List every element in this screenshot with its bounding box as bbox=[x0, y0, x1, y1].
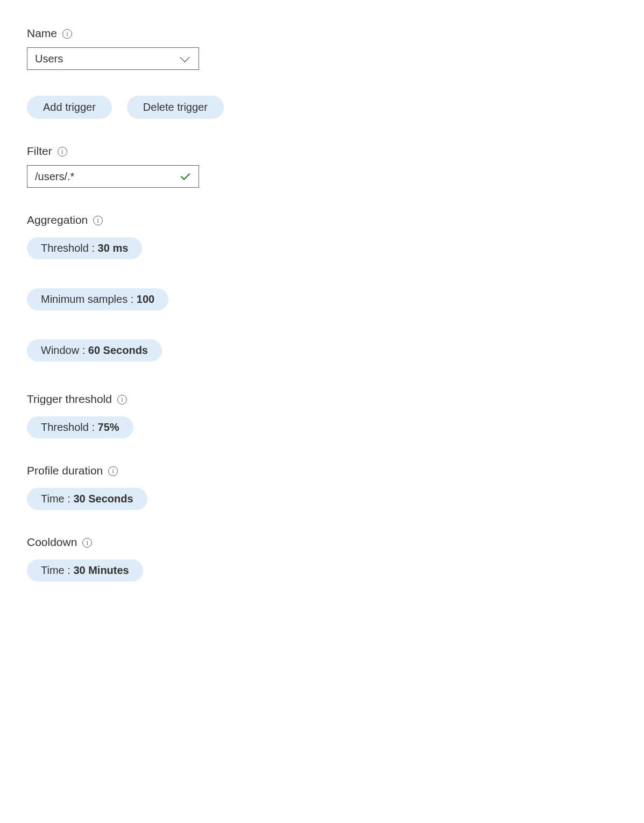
chip-value: 60 Seconds bbox=[88, 344, 148, 356]
name-select[interactable]: Users bbox=[27, 47, 199, 70]
chip-value: 30 Seconds bbox=[73, 493, 133, 505]
delete-trigger-button[interactable]: Delete trigger bbox=[127, 96, 224, 119]
chip-value: 30 ms bbox=[98, 242, 129, 254]
aggregation-threshold-chip[interactable]: Threshold : 30 ms bbox=[27, 237, 142, 259]
trigger-threshold-section: Trigger threshold Threshold : 75% bbox=[27, 393, 617, 444]
chip-label: Threshold : bbox=[41, 242, 98, 254]
filter-input[interactable]: /users/.* bbox=[27, 165, 199, 188]
profile-duration-section: Profile duration Time : 30 Seconds bbox=[27, 464, 617, 515]
cooldown-label: Cooldown bbox=[27, 536, 77, 549]
info-icon[interactable] bbox=[82, 538, 92, 548]
cooldown-chip[interactable]: Time : 30 Minutes bbox=[27, 559, 143, 581]
info-icon[interactable] bbox=[58, 147, 67, 157]
checkmark-icon bbox=[180, 172, 191, 181]
profile-duration-chip[interactable]: Time : 30 Seconds bbox=[27, 488, 147, 510]
filter-section: Filter /users/.* bbox=[27, 145, 617, 188]
profile-duration-label-row: Profile duration bbox=[27, 464, 617, 477]
add-trigger-button[interactable]: Add trigger bbox=[27, 96, 112, 119]
aggregation-chips: Threshold : 30 ms Minimum samples : 100 … bbox=[27, 234, 617, 367]
profile-duration-label: Profile duration bbox=[27, 464, 103, 477]
info-icon[interactable] bbox=[62, 29, 72, 39]
chip-value: 100 bbox=[137, 293, 154, 305]
trigger-threshold-chip[interactable]: Threshold : 75% bbox=[27, 416, 133, 438]
chip-label: Threshold : bbox=[41, 421, 98, 433]
chip-label: Time : bbox=[41, 493, 73, 505]
cooldown-label-row: Cooldown bbox=[27, 536, 617, 549]
info-icon[interactable] bbox=[108, 466, 118, 476]
info-icon[interactable] bbox=[117, 395, 127, 405]
name-label-row: Name bbox=[27, 27, 617, 40]
info-icon[interactable] bbox=[93, 216, 103, 225]
aggregation-label-row: Aggregation bbox=[27, 214, 617, 226]
chip-label: Minimum samples : bbox=[41, 293, 137, 305]
chip-label: Time : bbox=[41, 564, 73, 576]
cooldown-section: Cooldown Time : 30 Minutes bbox=[27, 536, 617, 587]
aggregation-section: Aggregation Threshold : 30 ms Minimum sa… bbox=[27, 214, 617, 367]
aggregation-min-samples-chip[interactable]: Minimum samples : 100 bbox=[27, 288, 168, 310]
aggregation-label: Aggregation bbox=[27, 214, 88, 226]
chip-label: Window : bbox=[41, 344, 88, 356]
trigger-threshold-label-row: Trigger threshold bbox=[27, 393, 617, 406]
filter-value: /users/.* bbox=[35, 171, 74, 183]
chip-value: 75% bbox=[98, 421, 119, 433]
trigger-threshold-label: Trigger threshold bbox=[27, 393, 112, 406]
trigger-buttons: Add trigger Delete trigger bbox=[27, 96, 617, 119]
name-select-value: Users bbox=[35, 53, 63, 65]
name-section: Name Users Add trigger Delete trigger bbox=[27, 27, 617, 119]
filter-label-row: Filter bbox=[27, 145, 617, 158]
name-label: Name bbox=[27, 27, 57, 40]
chip-value: 30 Minutes bbox=[73, 564, 129, 576]
aggregation-window-chip[interactable]: Window : 60 Seconds bbox=[27, 339, 162, 361]
chevron-down-icon bbox=[181, 56, 191, 61]
filter-label: Filter bbox=[27, 145, 52, 158]
